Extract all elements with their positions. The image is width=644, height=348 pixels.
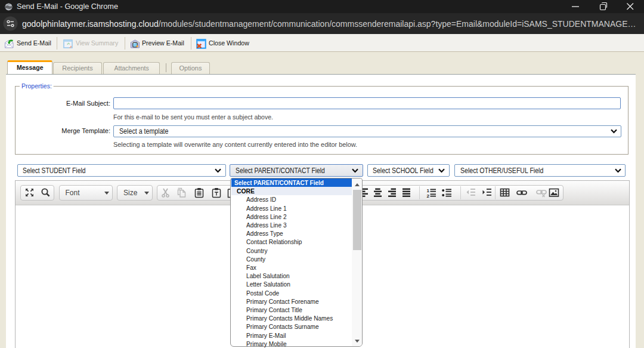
svg-text:2: 2	[427, 193, 430, 198]
